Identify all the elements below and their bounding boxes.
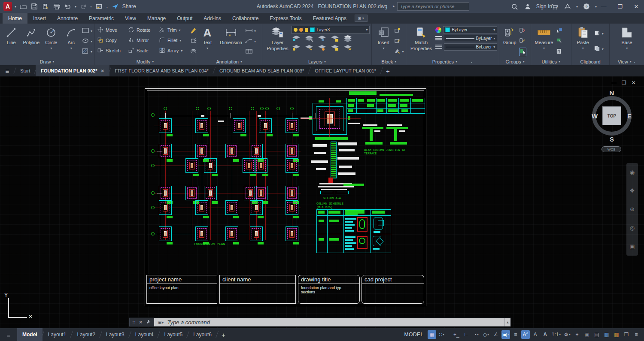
arc-caret-icon[interactable]: ▾ [70,46,72,51]
circle-caret-icon[interactable]: ▾ [50,46,52,51]
group-select-tool[interactable] [519,48,526,56]
paste-caret-icon[interactable]: ▾ [582,46,584,51]
file-tab-drawing[interactable]: FOUNDATION PLAN 002*✕ [36,65,109,76]
arc-button[interactable]: Arc ▾ [62,25,81,58]
isolate-objects-toggle[interactable]: ◎ [583,330,591,339]
showmotion-icon[interactable]: ▣ [629,243,635,250]
linear-dim-tool[interactable]: ▾ [245,27,256,35]
polyline-button[interactable]: Polyline [22,25,41,58]
stretch-button[interactable]: Stretch [96,47,127,54]
hatch-tool[interactable]: ▾ [82,48,92,56]
line-button[interactable]: Line [2,25,21,58]
search-input[interactable]: Type a keyword or phrase [397,2,469,11]
viewcube-east[interactable]: E [627,112,632,120]
workspace-icon[interactable] [94,2,103,11]
dynamic-input-toggle[interactable]: +‗ [452,330,461,339]
ribbon-display-toggle[interactable]: ▣▾ [355,15,368,22]
groups-panel-label[interactable]: Groups▾ [499,58,531,65]
layer-dropdown-caret-icon[interactable]: ▾ [366,28,368,32]
file-tab-drawing[interactable]: GROUND BEAM AND SLAB PLAN 003* [214,65,309,76]
view-collapse-icon[interactable]: ⌄ [633,60,636,63]
trim-button[interactable]: Trim▾ [158,27,189,34]
file-tab-start[interactable]: Start [15,65,35,76]
plot-status-icon[interactable]: ▤ [592,330,601,339]
layout-tab-layout6[interactable]: Layout6 [188,328,217,341]
linetype-dropdown[interactable]: ByLayer▾ [444,43,497,51]
ribbon-tab-home[interactable]: Home [3,13,27,24]
redo-caret-icon[interactable]: ▾ [90,5,92,9]
clean-screen-toggle[interactable]: ▨ [612,330,621,339]
search-icon[interactable] [510,2,519,11]
lineweight-dropdown[interactable]: ByLayer▾ [444,35,497,42]
copy-button[interactable]: Copy [96,37,127,44]
layout-tab-layout3[interactable]: Layout3 [101,328,130,341]
layer-lock-tool-icon[interactable] [330,35,340,43]
modify-panel-label[interactable]: Modify▾ [94,58,196,65]
grid-toggle[interactable]: ▦ [428,330,436,339]
mirror-button[interactable]: Mirror [127,37,158,44]
array-caret-icon[interactable]: ▾ [181,49,182,53]
ungroup-tool[interactable] [519,27,526,35]
layer-off-icon[interactable] [343,45,352,52]
create-block-tool[interactable] [394,27,404,35]
draw-panel-label[interactable]: Draw▾ [0,58,94,65]
cart-icon[interactable] [550,2,559,11]
dimension-button[interactable]: Dimension [218,25,244,58]
group-button[interactable]: Group [501,25,518,58]
layer-make-current-icon[interactable] [292,45,301,52]
rectangle-tool[interactable]: ▾ [82,27,92,35]
redo-icon[interactable] [79,2,88,11]
annotation-scale-icon[interactable]: A [541,330,550,339]
rotate-button[interactable]: Rotate [127,27,158,34]
plot-icon[interactable] [52,2,61,11]
file-tab-close-icon[interactable]: ✕ [100,69,104,73]
properties-launcher-icon[interactable]: ⌄ [470,60,473,63]
lineweight-toggle[interactable]: ≡ [511,330,520,339]
drawing-canvas[interactable]: — ❐ ✕ FOUNDATION PLAN [0,76,644,328]
share-icon[interactable] [111,2,120,11]
layer-match-icon[interactable] [304,45,314,52]
ribbon-tab-collaborate[interactable]: Collaborate [227,13,264,24]
lineweight-icon[interactable] [435,36,442,41]
linetype-icon[interactable] [435,45,442,50]
orbit-icon[interactable]: ◎ [630,225,635,231]
layout-tab-layout4[interactable]: Layout4 [130,328,159,341]
quick-calc-tool[interactable] [556,37,562,45]
annotation-panel-label[interactable]: Annotation▾ [196,58,262,65]
ribbon-tab-featured-apps[interactable]: Featured Apps [307,13,352,24]
scale-dropdown[interactable]: 1:1▾ [551,330,562,339]
ribbon-tab-manage[interactable]: Manage [142,13,171,24]
ellipse-tool[interactable]: ▾ [82,37,92,45]
ribbon-tab-insert[interactable]: Insert [27,13,52,24]
model-space-label[interactable]: MODEL [404,332,424,338]
file-tab-drawing[interactable]: OFFICE LAYPUT PLAN 001* [310,65,381,76]
measure-caret-icon[interactable]: ▾ [543,46,545,51]
undo-icon[interactable] [64,2,72,11]
polar-tracking-toggle[interactable]: ◔▾ [472,330,480,339]
viewcube-north[interactable]: N [610,89,614,97]
command-bar[interactable]: ∷ ✕ ▣▾ Type a command ▲ [129,317,511,327]
viewcube-top-face[interactable]: TOP [602,106,621,125]
ribbon-tab-view[interactable]: View [119,13,142,24]
layout-tab-layout2[interactable]: Layout2 [72,328,100,341]
signin-label[interactable]: Sign In [536,3,552,9]
help-icon[interactable]: ? [582,2,591,11]
layer-unisolate-icon[interactable] [304,35,314,43]
ribbon-tab-express-tools[interactable]: Express Tools [264,13,307,24]
object-snap-toggle[interactable]: ▣▾ [501,330,510,339]
command-bar-grip[interactable]: ∷ ✕ [129,318,154,326]
scale-button[interactable]: Scale [127,47,158,54]
base-caret-icon[interactable]: ▾ [626,46,628,51]
minimize-button[interactable]: — [598,3,610,10]
user-icon[interactable] [523,2,532,11]
ribbon-tab-add-ins[interactable]: Add-ins [198,13,227,24]
layer-freeze-icon[interactable] [299,28,303,32]
layer-prev-icon[interactable] [317,45,327,52]
close-button[interactable]: ✕ [630,3,642,10]
app-menu-caret-icon[interactable]: ▾ [15,5,16,9]
viewcube-south[interactable]: S [610,136,614,143]
fillet-caret-icon[interactable]: ▾ [179,39,181,42]
layer-color-swatch[interactable] [310,27,315,32]
measure-button[interactable]: Measure ▾ [533,25,555,58]
navwheel-icon[interactable]: ◉ [630,169,635,175]
